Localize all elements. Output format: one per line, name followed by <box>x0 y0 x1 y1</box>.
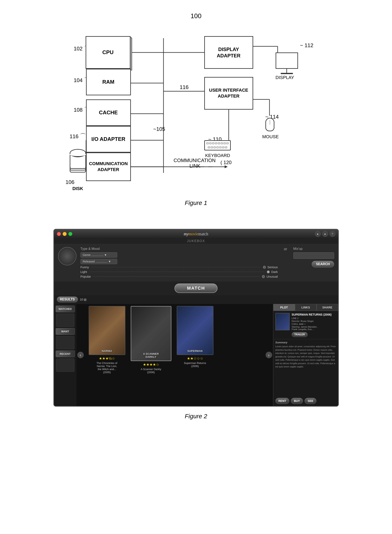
movie-poster-narnia[interactable]: NARNIA <box>89 306 125 355</box>
window-buttons <box>57 232 72 236</box>
right-panel: PLOT LINKS SHARE SUPERMAN RETURNS (2006)… <box>273 304 338 406</box>
ref-116-io: 116 ⌒ <box>70 132 86 140</box>
nav-left[interactable]: ‹ <box>77 352 84 358</box>
figure1-section: 100 <box>0 0 392 225</box>
summary-section: Summary Lorem ipsum dolor sit amet, cons… <box>273 339 338 370</box>
want-thumb <box>56 336 75 349</box>
mouse-label: MOUSE <box>262 134 279 139</box>
mouse-icon <box>266 118 274 131</box>
movie-starring: Starring: James Marsden,Frank Langella, … <box>292 326 336 330</box>
genre-dropdown[interactable]: Genre ............... ▼ <box>80 252 117 257</box>
scanner-stars: ★★★★☆ <box>143 362 159 367</box>
ref-105: ~105 <box>153 126 165 132</box>
mixup-label: Mix'up <box>293 247 334 251</box>
type-mood-panel: Type & Mood Genre ............... ▼ Rele… <box>80 247 278 278</box>
mood-options: Funny Serious Light Dark Popular <box>80 265 278 278</box>
titlebar: mymoviematch ● ● ? <box>54 229 338 238</box>
avatar <box>58 247 76 265</box>
narnia-title: The Chronicles ofNarnia: The Lion,the Wi… <box>97 362 117 374</box>
action-buttons: RENT BUY SEE <box>273 396 338 406</box>
plot-tab[interactable]: PLOT <box>273 304 295 311</box>
cpu-box: CPU <box>86 36 131 69</box>
released-dropdown[interactable]: Released ............... ▼ <box>80 259 117 264</box>
fig1-ref-100: 100 <box>191 12 201 20</box>
ref-112: ~ 112 <box>300 42 313 49</box>
fig1-diagram: 102 ⌒ CPU 104 ⌒ RAM 108 ⌒ CACHE 116 ⌒ I/… <box>53 26 339 193</box>
type-mood-label: Type & Mood <box>80 247 278 251</box>
links-tab[interactable]: LINKS <box>295 304 317 311</box>
display-adapter-box: DISPLAYADAPTER <box>204 36 253 69</box>
movie-line2: LINE 2 <box>292 317 336 319</box>
icon-btn-2[interactable]: ● <box>322 231 328 237</box>
comm-link-ref: ( 120 <box>221 160 232 165</box>
funny-dot[interactable] <box>263 266 266 269</box>
movies-area: ‹ › NARNIA ★★★½☆ The Chronicles ofNarnia… <box>76 304 273 406</box>
comm-link-label2: LINK <box>190 163 200 169</box>
maximize-button[interactable] <box>68 232 72 236</box>
display-icon <box>275 52 298 74</box>
movie-details: SUPERMAN RETURNS (2006) LINE 2 Director:… <box>292 313 336 337</box>
svg-marker-18 <box>225 165 228 168</box>
disk-area: DISK <box>70 153 86 191</box>
narnia-stars: ★★★½☆ <box>99 356 115 361</box>
superman-title: Superman Returns(2006) <box>184 362 206 368</box>
movie-poster-scanner[interactable]: A SCANNERDARKLY <box>131 306 171 361</box>
results-label[interactable]: RESULTS <box>57 297 78 302</box>
fig2-caption: Figure 2 <box>185 413 207 420</box>
scanner-title: A Scanner Darkly(2006) <box>141 368 161 374</box>
disk-label: DISK <box>72 186 83 191</box>
trailer-button[interactable]: TRAILER <box>292 332 308 337</box>
icon-btn-1[interactable]: ● <box>315 231 321 237</box>
controls-area: Type & Mood Genre ............... ▼ Rele… <box>54 244 338 281</box>
nav-right[interactable]: › <box>266 352 272 358</box>
match-button[interactable]: MATCH <box>174 284 218 293</box>
movie-card-scanner: A SCANNERDARKLY ★★★★☆ A Scanner Darkly(2… <box>131 306 171 374</box>
minimize-button[interactable] <box>63 232 67 236</box>
movie-poster-superman[interactable]: SUPERMAN <box>177 306 213 355</box>
app-window: mymoviematch ● ● ? JUKEBOX Type & Mood G… <box>53 229 339 407</box>
watched-thumb <box>56 314 75 327</box>
or-label: or <box>282 247 289 251</box>
movie-info: SUPERMAN RETURNS (2006) LINE 2 Director:… <box>273 311 338 339</box>
light-dot[interactable] <box>267 271 270 273</box>
summary-label: Summary <box>275 341 336 344</box>
want-tab[interactable]: WANT <box>56 328 75 335</box>
search-button[interactable]: SEARCH <box>312 261 334 267</box>
watched-tab[interactable]: WATCHED <box>56 305 75 312</box>
icon-btn-3[interactable]: ? <box>330 231 335 237</box>
movie-name: SUPERMAN RETURNS (2006) <box>292 313 336 316</box>
movie-thumb <box>275 313 290 330</box>
superman-poster-text: SUPERMAN <box>177 349 213 353</box>
match-button-row: MATCH <box>54 281 338 295</box>
subtitle-bar: JUKEBOX <box>54 238 338 244</box>
movies-scroll: NARNIA ★★★½☆ The Chronicles ofNarnia: Th… <box>79 306 271 374</box>
comm-adapter-box: COMMUNICATIONADAPTER <box>86 153 131 181</box>
figure2-section: mymoviematch ● ● ? JUKEBOX Type & Mood G… <box>0 225 392 438</box>
summary-text: Lorem ipsum dolor sit amet, consectetur … <box>275 345 336 368</box>
right-tabs: PLOT LINKS SHARE <box>273 304 338 311</box>
ram-box: RAM <box>86 69 131 95</box>
keyboard-icon <box>204 140 231 150</box>
superman-stars: ★★☆☆☆ <box>187 356 203 361</box>
mixup-panel: Mix'up SEARCH <box>293 247 334 267</box>
narnia-poster-text: NARNIA <box>89 349 125 353</box>
share-tab[interactable]: SHARE <box>317 304 338 311</box>
results-count: 10 ▤ <box>80 298 86 301</box>
recent-tab[interactable]: RECENT <box>56 350 75 357</box>
close-button[interactable] <box>57 232 61 236</box>
rent-button[interactable]: RENT <box>275 398 289 404</box>
movie-critics: Critics: ●●●○○ <box>292 323 336 325</box>
movie-card-superman: SUPERMAN ★★☆☆☆ Superman Returns(2006) <box>175 306 215 374</box>
fig1-caption: Figure 1 <box>185 200 207 206</box>
results-bar: RESULTS 10 ▤ <box>54 295 338 304</box>
scanner-poster-text: A SCANNERDARKLY <box>131 352 171 358</box>
comm-link-label: COMMUNICATION <box>174 157 216 163</box>
io-adapter-box: I/O ADAPTER <box>86 126 131 153</box>
mixup-search-box[interactable] <box>293 252 334 259</box>
cache-box: CACHE <box>86 99 131 126</box>
app-title: mymoviematch <box>184 232 208 236</box>
see-button[interactable]: SEE <box>304 398 316 404</box>
popular-dot[interactable] <box>262 275 265 278</box>
buy-button[interactable]: BUY <box>291 398 303 404</box>
recent-thumb <box>56 358 75 372</box>
